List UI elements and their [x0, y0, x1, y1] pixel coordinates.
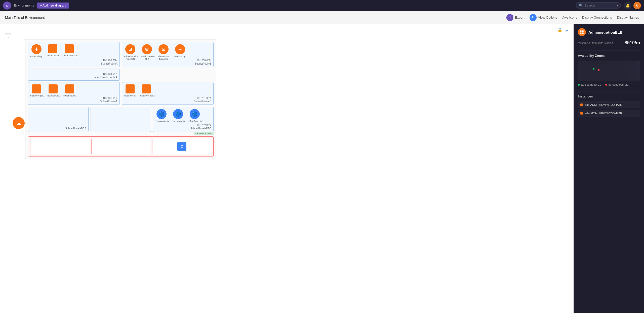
az-dot-green — [578, 84, 580, 86]
instance-nat-square-a — [48, 44, 57, 53]
bottom-col-b — [91, 139, 150, 154]
instance-nat-label-a: InstanceNat — [47, 54, 59, 57]
subnet-private-b: InstanceNat InstanceProcA 101.201.0/24Su… — [122, 82, 214, 105]
az-dot-red — [605, 84, 607, 86]
az-2a-label: ap-southeast-2a — [609, 83, 629, 86]
db-az-row: SubnetPrivateDBA 🔵 TransactionDB — [28, 107, 214, 132]
admin-procelb[interactable]: Administration ProcELB — [124, 44, 137, 60]
export-button[interactable]: ⬆ Export — [506, 14, 525, 21]
instance-appc[interactable]: InstanceAppC — [30, 84, 43, 97]
panel-stack-id: awseb-e-xutmmsplfq-stack-AWSEBA... — [578, 41, 618, 44]
main-layout: + - 🔒 ☁ ☁ — [0, 24, 644, 313]
autoscaling-b[interactable]: Autoscaling... — [174, 44, 186, 60]
elastic-lb[interactable]: ElasticLoad Balancer — [157, 44, 170, 60]
add-new-diagram-button[interactable]: + Add new diagram — [37, 3, 69, 9]
display-connections-label: Display Connections — [582, 16, 612, 19]
subnet-private-b-icons: InstanceNat InstanceProcA — [124, 84, 211, 97]
transaction-db[interactable]: 🔵 TransactionDB — [155, 109, 168, 123]
nav-icons: 🔔 U — [624, 2, 641, 9]
autoscaling-circle-a — [31, 44, 42, 54]
az-row-1: Autoscaling... InstanceNat — [28, 42, 214, 105]
environments-nav[interactable]: Environments — [14, 4, 34, 7]
instance-item-2[interactable]: ads-ADSer-KEV8WTODHATR — [578, 110, 640, 117]
top-nav: L Environments + Add new diagram 🔍 ▼ 🔔 U — [0, 0, 644, 11]
instance-nat-b-label: InstanceNat — [124, 94, 136, 97]
subnet-db-a: SubnetPrivateDBA — [28, 107, 89, 132]
az-2b-label: ap-southeast-2b — [581, 83, 601, 86]
instance-nat-b-square — [126, 84, 135, 93]
subnet-private-cache-a: 101.103.0/24SubnetPrivateCacheA — [28, 69, 120, 81]
instance-ora[interactable]: InstanceOra... — [47, 84, 59, 97]
reporting-db[interactable]: 🔵 ReportingDB — [172, 109, 184, 123]
az-legend-item-2b: ap-southeast-2b — [578, 83, 601, 86]
lock-icon[interactable]: 🔒 — [557, 28, 562, 32]
instance-proca-b-square — [142, 84, 151, 93]
instance-proca-a[interactable]: InstanceProcA — [63, 44, 75, 58]
notification-icon[interactable]: 🔔 — [624, 2, 631, 9]
svg-rect-23 — [582, 30, 584, 32]
instances-title: Instances — [578, 94, 640, 98]
admin-procelb-label: Administration ProcELB — [124, 55, 137, 60]
instance-item-1[interactable]: ads-ADSer-KEV8WTODHATR — [578, 101, 640, 108]
search-box[interactable]: 🔍 ▼ — [576, 2, 621, 9]
canvas-area[interactable]: + - 🔒 ☁ ☁ — [0, 24, 574, 313]
right-panel: AdministrationELB awseb-e-xutmmsplfq-sta… — [574, 24, 644, 313]
db-icons-row: 🔵 TransactionDB 🔵 ReportingDB 🔵 OldAlfr — [155, 109, 211, 123]
zoom-out-button[interactable]: - — [5, 34, 11, 40]
view-options-icon: 👁 — [530, 14, 537, 21]
search-icon: 🔍 — [579, 4, 583, 7]
subnet-db-mid — [91, 107, 151, 132]
instance-appc-square — [32, 84, 41, 93]
svg-point-5 — [36, 49, 37, 50]
old-alfresco-db-label: OldAlfrescoDB — [188, 120, 201, 123]
availability-zones-title: Avalability Zones — [578, 54, 640, 58]
search-input[interactable] — [584, 4, 615, 7]
panel-resource-title: AdministrationELB — [588, 30, 623, 34]
logo[interactable]: L — [3, 2, 11, 10]
blue-icon[interactable]: C — [177, 142, 186, 151]
instance-nat-a[interactable]: InstanceNat — [47, 44, 59, 58]
view-options-button[interactable]: 👁 View Options — [530, 14, 557, 21]
instance-proca-b-label: InstanceProcA — [140, 94, 153, 97]
view-options-label: View Options — [538, 16, 557, 19]
instance-ora-square — [49, 84, 58, 93]
avatar[interactable]: U — [633, 2, 641, 9]
admin-elb[interactable]: Administration ELB — [141, 44, 153, 60]
subnet-public-b: Administration ProcELB — [122, 42, 214, 67]
instance-proca-label-a: InstanceProcA — [63, 54, 75, 57]
export-icon: ⬆ — [506, 14, 513, 21]
db-section: SubnetPrivateDBA 🔵 TransactionDB — [28, 107, 214, 132]
autoscaling-icon-a[interactable]: Autoscaling... — [30, 44, 43, 58]
zoom-in-button[interactable]: + — [5, 28, 11, 34]
subnet-public-a: Autoscaling... InstanceNat — [28, 42, 120, 67]
autoscaling-label-b: Autoscaling... — [174, 55, 186, 58]
diagram-canvas: Autoscaling... InstanceNat — [25, 39, 569, 308]
lock-icons: 🔒 ☁ — [557, 28, 569, 32]
display-connections-button[interactable]: Display Connections — [582, 16, 612, 19]
cloud-lock-icon[interactable]: ☁ — [565, 28, 569, 32]
autoscaling-label-a: Autoscaling... — [30, 55, 43, 58]
sub-nav: Main Title of Environment ⬆ Export 👁 Vie… — [0, 11, 644, 24]
cloud-float-icon[interactable]: ☁ — [13, 117, 25, 129]
svg-rect-22 — [580, 30, 581, 32]
autoscaling-circle-b — [175, 44, 185, 54]
elastic-lb-circle — [158, 44, 169, 54]
instance-old[interactable]: InstanceOld... — [63, 84, 76, 97]
zoom-controls: + - — [5, 28, 11, 40]
admin-elb-circle — [142, 44, 152, 54]
instance-nat-b[interactable]: InstanceNat — [124, 84, 136, 97]
instance-proca-b[interactable]: InstanceProcA — [140, 84, 153, 97]
subnet-db-b-label: 101.202.0/24SubnetPrivateDBB — [190, 124, 211, 130]
world-map-dots — [578, 61, 640, 81]
svg-rect-25 — [582, 33, 584, 34]
aws-icons-button[interactable]: Aws Icons — [562, 16, 577, 19]
subnet-public-a-label: 101.100.0/24SubnetPublicA — [101, 59, 117, 65]
old-alfresco-db[interactable]: 🔵 OldAlfrescoDB — [188, 109, 201, 123]
az-legend: ap-southeast-2b ap-southeast-2a — [578, 83, 640, 86]
svg-rect-24 — [580, 33, 581, 34]
instance-old-label: InstanceOld... — [63, 94, 76, 97]
subnet-db-a-label: SubnetPrivateDBA — [65, 127, 86, 130]
az-legend-item-2a: ap-southeast-2a — [605, 83, 629, 86]
display-names-button[interactable]: Display Names — [617, 16, 639, 19]
instance-dot-1 — [580, 103, 583, 106]
